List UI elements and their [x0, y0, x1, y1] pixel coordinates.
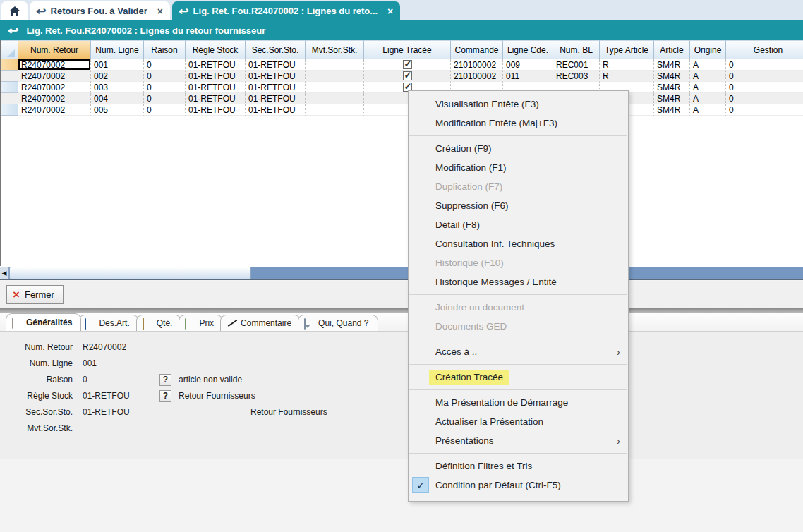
- grid-cell-gestion[interactable]: 0: [726, 93, 803, 104]
- row-selector-cell[interactable]: [1, 104, 18, 116]
- grid-header-cell-sel[interactable]: [1, 40, 18, 59]
- tab-close-icon[interactable]: ×: [387, 6, 393, 17]
- grid-cell-ligne_cde[interactable]: 011: [503, 71, 553, 82]
- grid-cell-article[interactable]: SM4R: [654, 82, 690, 93]
- menu-item-cr-ation-trac-e[interactable]: Création Tracée: [409, 368, 628, 387]
- grid-header-cell-ligne_cde[interactable]: Ligne Cde.: [503, 40, 553, 59]
- grid-header-cell-num_ligne[interactable]: Num. Ligne: [91, 40, 144, 59]
- grid-cell-article[interactable]: SM4R: [654, 59, 690, 71]
- detail-tab-commentaire[interactable]: Commentaire: [220, 315, 301, 331]
- grid-cell-type_article[interactable]: R: [600, 59, 654, 71]
- grid-cell-mvt_sor_stk[interactable]: [306, 71, 364, 82]
- grid-cell-regle_stock[interactable]: 01-RETFOU: [186, 104, 246, 116]
- grid-cell-num_ligne[interactable]: 002: [91, 71, 144, 82]
- fermer-button[interactable]: × Fermer: [6, 285, 64, 304]
- row-selector-cell[interactable]: [1, 71, 18, 82]
- grid-cell-gestion[interactable]: 0: [726, 104, 803, 116]
- grid-cell-mvt_sor_stk[interactable]: [306, 104, 364, 116]
- grid-header-cell-article[interactable]: Article: [654, 40, 690, 59]
- menu-item-suppression-f6[interactable]: Suppression (F6): [409, 196, 628, 215]
- grid-header-cell-ligne_tracee[interactable]: Ligne Tracée: [364, 40, 451, 59]
- detail-tab-prix[interactable]: Prix: [179, 315, 223, 331]
- grid-cell-regle_stock[interactable]: 01-RETFOU: [186, 71, 246, 82]
- grid-cell-num_ligne[interactable]: 001: [91, 59, 144, 71]
- horizontal-splitter[interactable]: [0, 308, 803, 313]
- grid-header-cell-sec_sor_sto[interactable]: Sec.Sor.Sto.: [246, 40, 306, 59]
- grid-header-cell-type_article[interactable]: Type Article: [600, 40, 654, 59]
- grid-cell-commande[interactable]: 210100002: [451, 71, 503, 82]
- detail-tab-qui-quand[interactable]: Qui, Quand ?: [298, 315, 378, 331]
- grid-cell-num_ligne[interactable]: 003: [91, 82, 144, 93]
- grid-cell-sec_sor_sto[interactable]: 01-RETFOU: [246, 71, 306, 82]
- menu-item-pr-sentations[interactable]: Présentations›: [409, 431, 628, 450]
- row-selector-cell[interactable]: [1, 93, 18, 104]
- grid-cell-mvt_sor_stk[interactable]: [306, 82, 364, 93]
- grid-cell-raison[interactable]: 0: [144, 82, 186, 93]
- grid-cell-commande[interactable]: 210100002: [451, 59, 503, 71]
- grid-cell-num_retour[interactable]: R24070002: [18, 71, 91, 82]
- grid-cell-article[interactable]: SM4R: [654, 104, 690, 116]
- menu-item-historique-messages-entit[interactable]: Historique Messages / Entité: [409, 272, 628, 291]
- detail-tab-des-art[interactable]: Des.Art.: [78, 315, 138, 331]
- grid-cell-sec_sor_sto[interactable]: 01-RETFOU: [246, 82, 306, 93]
- grid-header-cell-origine[interactable]: Origine: [690, 40, 726, 59]
- grid-cell-regle_stock[interactable]: 01-RETFOU: [186, 82, 246, 93]
- checked-checkbox-icon[interactable]: [403, 71, 412, 80]
- grid-cell-num_retour[interactable]: R24070002: [18, 93, 91, 104]
- menu-item-actualiser-la-pr-sentation[interactable]: Actualiser la Présentation: [409, 412, 628, 431]
- grid-cell-origine[interactable]: A: [690, 104, 726, 116]
- grid-cell-origine[interactable]: A: [690, 82, 726, 93]
- grid-cell-sec_sor_sto[interactable]: 01-RETFOU: [246, 59, 306, 71]
- document-tab-1[interactable]: ↩Retours Fou. à Valider×: [30, 1, 170, 20]
- grid-row[interactable]: R24070002002001-RETFOU01-RETFOU210100002…: [1, 71, 803, 82]
- menu-item-condition-par-d-faut-ctrl-f5[interactable]: ✓Condition par Défaut (Ctrl-F5): [409, 476, 628, 495]
- grid-cell-num_ligne[interactable]: 005: [91, 104, 144, 116]
- grid-cell-regle_stock[interactable]: 01-RETFOU: [186, 59, 246, 71]
- grid-cell-num_ligne[interactable]: 004: [91, 93, 144, 104]
- help-button[interactable]: ?: [159, 374, 171, 386]
- grid-cell-type_article[interactable]: R: [600, 71, 654, 82]
- grid-cell-origine[interactable]: A: [690, 59, 726, 71]
- grid-row[interactable]: R24070002004001-RETFOU01-RETFOUSM4RA0: [1, 93, 803, 104]
- grid-cell-num_retour[interactable]: R24070002: [18, 104, 91, 116]
- grid-cell-num_retour[interactable]: R24070002: [18, 59, 91, 71]
- menu-item-consultation-inf-techniques[interactable]: Consultation Inf. Techniques: [409, 234, 628, 253]
- menu-item-visualisation-ent-te-f3[interactable]: Visualisation Entête (F3): [409, 95, 628, 114]
- grid-cell-origine[interactable]: A: [690, 93, 726, 104]
- detail-tab-g-n-ralit-s[interactable]: Généralités: [6, 313, 81, 331]
- grid-header-cell-raison[interactable]: Raison: [144, 40, 186, 59]
- menu-item-ma-pr-sentation-de-d-marrage[interactable]: Ma Présentation de Démarrage: [409, 393, 628, 412]
- grid-cell-raison[interactable]: 0: [144, 71, 186, 82]
- grid-header-cell-num_bl[interactable]: Num. BL: [553, 40, 600, 59]
- grid-cell-article[interactable]: SM4R: [654, 71, 690, 82]
- menu-item-acc-s[interactable]: Accès à ..›: [409, 342, 628, 361]
- grid-cell-regle_stock[interactable]: 01-RETFOU: [186, 93, 246, 104]
- scroll-left-button[interactable]: ◀: [0, 267, 9, 279]
- grid-header-cell-gestion[interactable]: Gestion: [726, 40, 803, 59]
- menu-item-d-tail-f8[interactable]: Détail (F8): [409, 215, 628, 234]
- grid-cell-ligne_cde[interactable]: 009: [503, 59, 553, 71]
- tab-close-icon[interactable]: ×: [157, 6, 163, 17]
- grid-cell-raison[interactable]: 0: [144, 93, 186, 104]
- detail-tab-qt[interactable]: Qté.: [136, 315, 182, 331]
- document-tab-2[interactable]: ↩Lig. Ret. Fou.R24070002 : Lignes du ret…: [172, 1, 400, 20]
- grid-row[interactable]: R24070002001001-RETFOU01-RETFOU210100002…: [1, 59, 803, 71]
- help-button[interactable]: ?: [159, 390, 171, 402]
- grid-cell-num_bl[interactable]: REC003: [553, 71, 600, 82]
- grid-cell-mvt_sor_stk[interactable]: [306, 59, 364, 71]
- grid-cell-gestion[interactable]: 0: [726, 71, 803, 82]
- scrollbar-thumb[interactable]: [9, 267, 251, 279]
- home-tab[interactable]: [1, 1, 28, 20]
- grid-cell-origine[interactable]: A: [690, 71, 726, 82]
- grid-cell-raison[interactable]: 0: [144, 104, 186, 116]
- menu-item-d-finition-filtres-et-tris[interactable]: Définition Filtres et Tris: [409, 457, 628, 476]
- checked-checkbox-icon[interactable]: [403, 60, 412, 69]
- grid-cell-mvt_sor_stk[interactable]: [306, 93, 364, 104]
- grid-row[interactable]: R24070002005001-RETFOU01-RETFOUSM4RA0: [1, 104, 803, 116]
- menu-item-modification-ent-te-maj-f3[interactable]: Modification Entête (Maj+F3): [409, 114, 628, 133]
- horizontal-scrollbar[interactable]: ◀: [0, 266, 803, 280]
- grid-cell-gestion[interactable]: 0: [726, 59, 803, 71]
- grid-cell-sec_sor_sto[interactable]: 01-RETFOU: [246, 104, 306, 116]
- grid-cell-num_retour[interactable]: R24070002: [18, 82, 91, 93]
- grid-header-cell-num_retour[interactable]: Num. Retour: [18, 40, 91, 59]
